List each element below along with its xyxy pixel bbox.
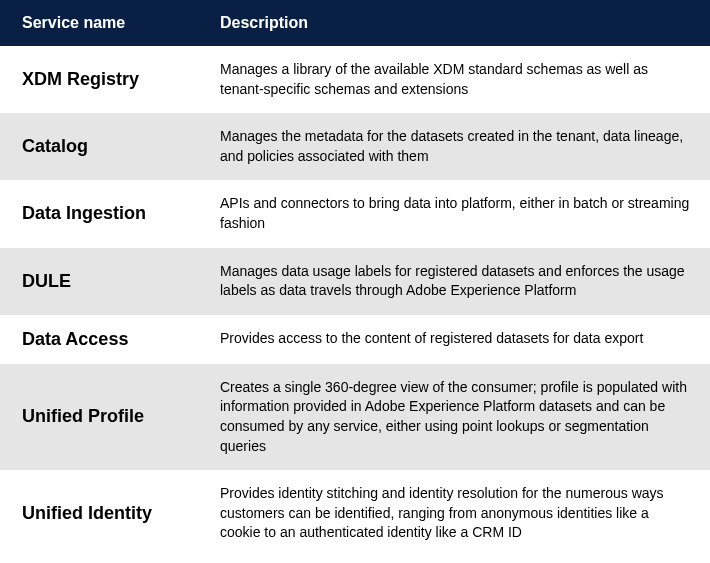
service-name: DULE [0,271,220,292]
table-row: Unified Identity Provides identity stitc… [0,470,710,557]
table-header-row: Service name Description [0,0,710,46]
table-row: XDM Registry Manages a library of the av… [0,46,710,113]
table-row: Data Access Provides access to the conte… [0,315,710,364]
service-name: Unified Identity [0,503,220,524]
service-name: Unified Profile [0,406,220,427]
header-desc: Description [220,14,710,32]
table-row: Catalog Manages the metadata for the dat… [0,113,710,180]
service-desc: Provides identity stitching and identity… [220,484,710,543]
service-desc: Creates a single 360-degree view of the … [220,378,710,456]
header-name: Service name [0,14,220,32]
service-name: Data Ingestion [0,203,220,224]
service-desc: APIs and connectors to bring data into p… [220,194,710,233]
services-table: Service name Description XDM Registry Ma… [0,0,710,557]
service-desc: Manages the metadata for the datasets cr… [220,127,710,166]
service-name: Catalog [0,136,220,157]
table-row: Data Ingestion APIs and connectors to br… [0,180,710,247]
service-desc: Manages data usage labels for registered… [220,262,710,301]
service-name: Data Access [0,329,220,350]
service-desc: Provides access to the content of regist… [220,329,710,349]
table-row: DULE Manages data usage labels for regis… [0,248,710,315]
table-row: Unified Profile Creates a single 360-deg… [0,364,710,470]
service-name: XDM Registry [0,69,220,90]
service-desc: Manages a library of the available XDM s… [220,60,710,99]
